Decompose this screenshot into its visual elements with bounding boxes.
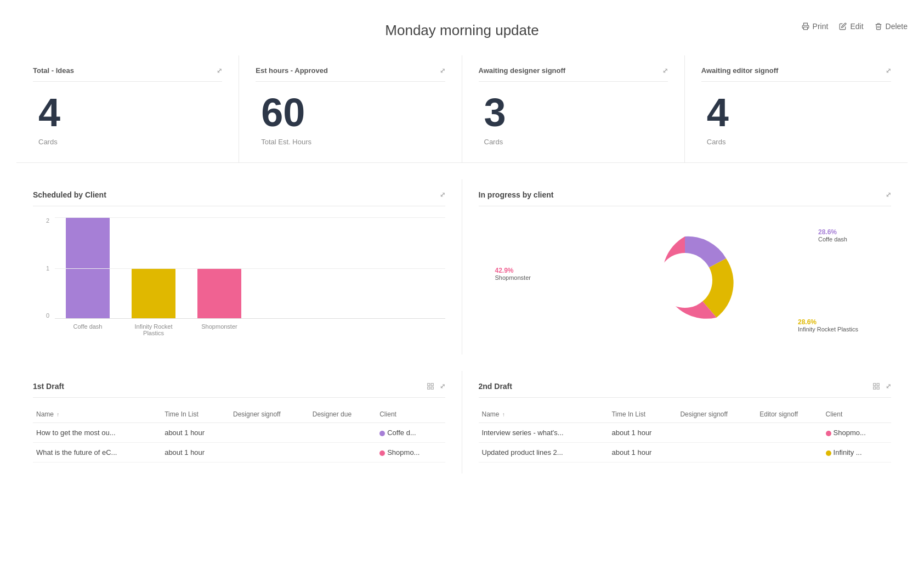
expand-icon-total-ideas[interactable]: ⤢ [217,67,222,75]
kpi-est-hours: Est hours - Approved ⤢ 60 Total Est. Hou… [239,55,462,162]
kpi-label-awaiting-editor: Cards [701,138,891,146]
svg-rect-3 [431,384,433,386]
col-designer-signoff-t2[interactable]: Designer signoff [677,406,756,423]
svg-point-1 [657,253,712,308]
kpi-total-ideas: Total - Ideas ⤢ 4 Cards [16,55,239,162]
kpi-number-awaiting-designer: 3 [479,93,668,132]
x-label-infinity: Infinity Rocket Plastics [132,323,175,336]
col-name-t1[interactable]: Name ↑ [33,406,161,423]
expand-icon-table2[interactable]: ⤢ [886,382,891,390]
expand-icon-scheduled[interactable]: ⤢ [440,191,445,199]
cell-name: How to get the most ou... [33,423,161,443]
inprogress-chart-title: In progress by client ⤢ [479,190,892,206]
y-label-0: 0 [46,312,49,319]
kpi-label-est-hours: Total Est. Hours [256,138,445,146]
kpi-row: Total - Ideas ⤢ 4 Cards Est hours - Appr… [16,55,908,163]
cell-client: Infinity ... [823,443,891,463]
svg-rect-5 [431,387,433,389]
cell-designer-signoff [677,443,756,463]
col-time-t1[interactable]: Time In List [161,406,230,423]
print-button[interactable]: Print [802,22,829,31]
svg-rect-6 [874,384,876,386]
grid-icon-table2[interactable] [872,382,880,390]
charts-row: Scheduled by Client ⤢ 2 1 0 [16,179,908,354]
table1-title: 1st Draft ⤢ [33,382,445,398]
kpi-number-total-ideas: 4 [33,93,222,132]
grid-icon-table1[interactable] [427,382,434,390]
table2: Name ↑ Time In List Designer signoff Edi… [479,406,892,463]
cell-time: about 1 hour [161,423,230,443]
header-actions: Print Edit Delete [802,22,908,31]
kpi-number-awaiting-editor: 4 [701,93,891,132]
donut-label-shopmonster: 42.9% Shopmonster [495,267,531,281]
col-editor-signoff-t2[interactable]: Editor signoff [756,406,822,423]
x-label-shopmonster: Shopmonster [197,323,241,336]
y-label-1: 1 [46,265,49,272]
donut-chart-container: 28.6% Coffe dash 42.9% Shopmonster 28.6%… [479,217,892,343]
kpi-label-total-ideas: Cards [33,138,222,146]
cell-name: Updated product lines 2... [479,443,609,463]
svg-rect-8 [874,387,876,389]
cell-editor-signoff [756,443,822,463]
col-client-t2[interactable]: Client [823,406,891,423]
svg-rect-2 [427,384,429,386]
print-label: Print [813,22,829,31]
table-row: How to get the most ou... about 1 hour C… [33,423,445,443]
edit-button[interactable]: Edit [839,22,863,31]
expand-icon-est-hours[interactable]: ⤢ [440,67,445,75]
delete-button[interactable]: Delete [875,22,908,31]
donut-label-infinity: 28.6% Infinity Rocket Plastics [798,318,858,333]
cell-client: Shopmo... [376,443,445,463]
cell-designer-due [309,423,376,443]
table1-actions: ⤢ [427,382,445,390]
svg-rect-0 [803,27,807,30]
scheduled-chart-title: Scheduled by Client ⤢ [33,190,445,206]
bar-shopmonster [197,268,241,319]
expand-icon-inprogress[interactable]: ⤢ [886,191,891,199]
kpi-awaiting-editor: Awaiting editor signoff ⤢ 4 Cards [685,55,908,162]
cell-time: about 1 hour [608,443,677,463]
col-time-t2[interactable]: Time In List [608,406,677,423]
col-designer-signoff-t1[interactable]: Designer signoff [230,406,309,423]
table-row: What is the future of eC... about 1 hour… [33,443,445,463]
table-row: Updated product lines 2... about 1 hour … [479,443,892,463]
bar-chart: 2 1 0 [33,217,445,343]
kpi-awaiting-designer: Awaiting designer signoff ⤢ 3 Cards [462,55,685,162]
kpi-label-awaiting-designer: Cards [479,138,668,146]
table-row: Interview series - what's... about 1 hou… [479,423,892,443]
bar-rect-infinity [132,268,175,319]
svg-rect-7 [877,384,879,386]
inprogress-chart-section: In progress by client ⤢ 28.6% Cof [462,179,908,354]
cell-name: Interview series - what's... [479,423,609,443]
donut-chart-svg [630,226,740,335]
page-title: Monday morning update [16,22,908,39]
svg-rect-4 [427,387,429,389]
cell-time: about 1 hour [161,443,230,463]
cell-time: about 1 hour [608,423,677,443]
bar-rect-shopmonster [197,268,241,319]
kpi-title-est-hours: Est hours - Approved ⤢ [256,66,445,82]
tables-row: 1st Draft ⤢ Name ↑ Time In List Designer… [16,371,908,474]
kpi-title-awaiting-designer: Awaiting designer signoff ⤢ [479,66,668,82]
bar-infinity [132,268,175,319]
table1-section: 1st Draft ⤢ Name ↑ Time In List Designer… [16,371,462,474]
col-name-t2[interactable]: Name ↑ [479,406,609,423]
table2-actions: ⤢ [872,382,891,390]
table2-section: 2nd Draft ⤢ Name ↑ Time In List Designer… [462,371,908,474]
cell-name: What is the future of eC... [33,443,161,463]
edit-label: Edit [850,22,863,31]
svg-rect-9 [877,387,879,389]
page-header: Monday morning update Print Edit Delete [16,11,908,55]
expand-icon-table1[interactable]: ⤢ [440,382,445,390]
expand-icon-awaiting-editor[interactable]: ⤢ [886,67,891,75]
col-client-t1[interactable]: Client [376,406,445,423]
col-designer-due-t1[interactable]: Designer due [309,406,376,423]
cell-designer-due [309,443,376,463]
kpi-number-est-hours: 60 [256,93,445,132]
expand-icon-awaiting-designer[interactable]: ⤢ [662,67,668,75]
cell-designer-signoff [230,423,309,443]
donut-label-coffe: 28.6% Coffe dash [818,228,847,243]
table1: Name ↑ Time In List Designer signoff Des… [33,406,445,463]
x-label-coffe: Coffe dash [66,323,110,336]
delete-label: Delete [886,22,908,31]
